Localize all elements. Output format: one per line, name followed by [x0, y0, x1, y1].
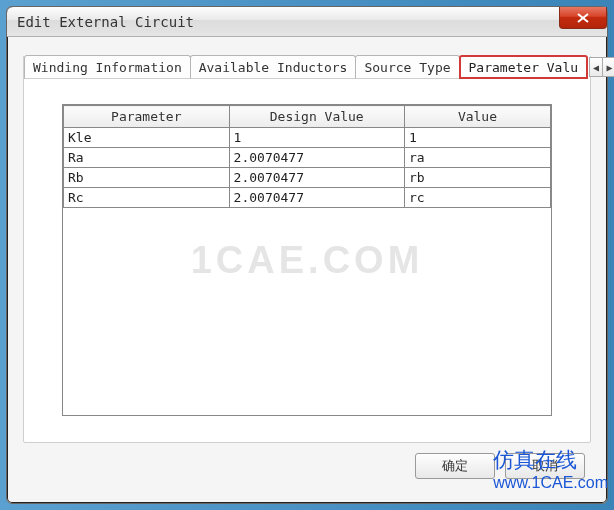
tab-scroll-right[interactable]: ▶ [603, 57, 614, 77]
cell-value[interactable]: 1 [404, 128, 550, 148]
dialog-window: Edit External Circuit Winding Informatio… [6, 6, 608, 504]
cancel-button[interactable]: 取消 [505, 453, 585, 479]
col-header-design-value[interactable]: Design Value [229, 106, 404, 128]
tab-scroll-left[interactable]: ◀ [589, 57, 603, 77]
dialog-buttons: 确定 取消 [415, 453, 585, 479]
cell-parameter[interactable]: Rc [64, 188, 230, 208]
table-row[interactable]: Kle 1 1 [64, 128, 551, 148]
titlebar[interactable]: Edit External Circuit [7, 7, 607, 37]
col-header-value[interactable]: Value [404, 106, 550, 128]
parameter-table-frame: Parameter Design Value Value Kle 1 1 [62, 104, 552, 416]
tab-groupbox: Winding Information Available Inductors … [23, 55, 591, 443]
cell-value[interactable]: ra [404, 148, 550, 168]
tab-content: Parameter Design Value Value Kle 1 1 [32, 92, 582, 432]
tab-scroll: ◀ ▶ [589, 55, 614, 79]
tab-source-type[interactable]: Source Type [355, 55, 459, 79]
close-button[interactable] [559, 7, 607, 29]
cell-parameter[interactable]: Kle [64, 128, 230, 148]
chevron-left-icon: ◀ [593, 62, 599, 73]
cell-parameter[interactable]: Rb [64, 168, 230, 188]
tab-strip: Winding Information Available Inductors … [24, 55, 590, 79]
client-area: Winding Information Available Inductors … [15, 45, 599, 493]
cell-value[interactable]: rc [404, 188, 550, 208]
ok-button[interactable]: 确定 [415, 453, 495, 479]
tab-parameter-values[interactable]: Parameter Valu [459, 55, 589, 79]
cell-design[interactable]: 2.0070477 [229, 168, 404, 188]
close-icon [577, 13, 589, 23]
tab-available-inductors[interactable]: Available Inductors [190, 55, 357, 79]
cell-design[interactable]: 2.0070477 [229, 188, 404, 208]
cell-value[interactable]: rb [404, 168, 550, 188]
cell-design[interactable]: 2.0070477 [229, 148, 404, 168]
cell-parameter[interactable]: Ra [64, 148, 230, 168]
col-header-parameter[interactable]: Parameter [64, 106, 230, 128]
watermark-center: 1CAE.COM [191, 239, 424, 282]
window-title: Edit External Circuit [17, 14, 194, 30]
cell-design[interactable]: 1 [229, 128, 404, 148]
table-row[interactable]: Ra 2.0070477 ra [64, 148, 551, 168]
tab-winding-information[interactable]: Winding Information [24, 55, 191, 79]
table-row[interactable]: Rc 2.0070477 rc [64, 188, 551, 208]
chevron-right-icon: ▶ [607, 62, 613, 73]
parameter-table[interactable]: Parameter Design Value Value Kle 1 1 [63, 105, 551, 208]
table-row[interactable]: Rb 2.0070477 rb [64, 168, 551, 188]
